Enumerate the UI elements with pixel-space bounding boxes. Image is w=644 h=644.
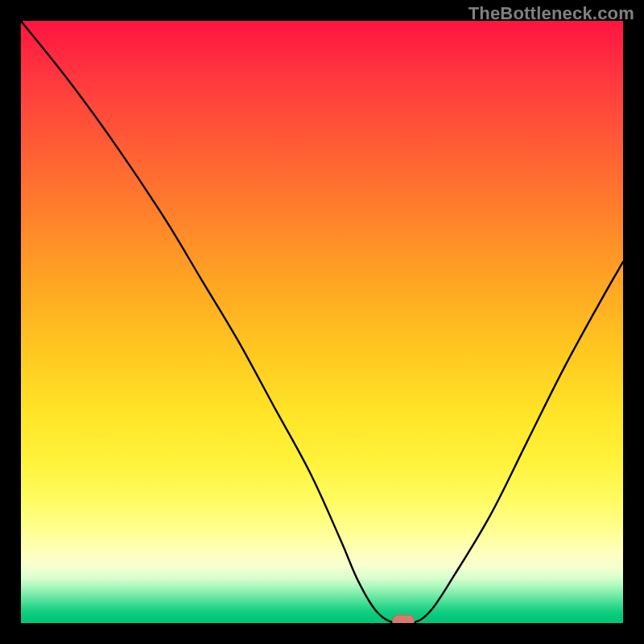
optimal-marker: [392, 615, 415, 624]
bottleneck-curve: [21, 21, 623, 623]
plot-area: [21, 21, 623, 623]
watermark-text: TheBottleneck.com: [469, 3, 634, 24]
chart-frame: TheBottleneck.com: [0, 0, 644, 644]
